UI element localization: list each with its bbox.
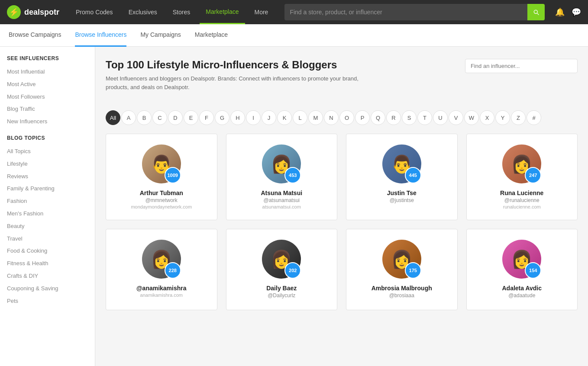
alpha-btn-q[interactable]: Q	[371, 110, 385, 125]
influencer-name: Ambrosia Malbrough	[372, 285, 432, 292]
subnav-browse-campaigns[interactable]: Browse Campaigns	[9, 24, 61, 47]
avatar-badge: 202	[284, 262, 301, 279]
influencer-handle: @Dailycurlz	[268, 292, 295, 299]
sidebar-topic-beauty[interactable]: Beauty	[7, 220, 88, 233]
alpha-btn-a[interactable]: A	[121, 110, 136, 125]
top-search-button[interactable]	[527, 4, 545, 20]
alpha-btn-f[interactable]: F	[199, 110, 214, 125]
alpha-btn-l[interactable]: L	[293, 110, 307, 125]
alpha-btn-g[interactable]: G	[215, 110, 229, 125]
influencer-card[interactable]: 👩 228 @anamikamishra anamikamishra.com	[106, 229, 217, 310]
page-title: Top 100 Lifestyle Micro-Influencers & Bl…	[106, 59, 365, 71]
alpha-btn-x[interactable]: X	[480, 110, 494, 125]
alpha-btn-k[interactable]: K	[277, 110, 292, 125]
alpha-btn-v[interactable]: V	[449, 110, 463, 125]
alpha-btn-w[interactable]: W	[464, 110, 479, 125]
influencer-name: Runa Lucienne	[500, 189, 543, 196]
alpha-btn-u[interactable]: U	[433, 110, 448, 125]
nav-stores[interactable]: Stores	[167, 0, 196, 24]
logo-icon: ⚡	[7, 5, 21, 19]
alpha-btn-o[interactable]: O	[339, 110, 354, 125]
subnav-browse-influencers[interactable]: Browse Influencers	[75, 24, 126, 47]
alpha-btn-n[interactable]: N	[324, 110, 339, 125]
nav-more[interactable]: More	[249, 0, 275, 24]
avatar-wrapper: 👩 247	[502, 144, 541, 183]
subnav-marketplace[interactable]: Marketplace	[195, 24, 228, 47]
sidebar-topic-pets[interactable]: Pets	[7, 295, 88, 308]
alpha-btn-all[interactable]: All	[106, 110, 120, 125]
logo[interactable]: ⚡ dealspotr	[7, 5, 59, 19]
nav-exclusives[interactable]: Exclusives	[123, 0, 163, 24]
alpha-btn-z[interactable]: Z	[511, 110, 526, 125]
sidebar-topic-fashion[interactable]: Fashion	[7, 195, 88, 208]
find-influencer-wrapper	[465, 59, 578, 73]
sidebar-topic-lifestyle[interactable]: Lifestyle	[7, 158, 88, 170]
sidebar-blog-traffic[interactable]: Blog Traffic	[7, 103, 88, 116]
page-header: Top 100 Lifestyle Micro-Influencers & Bl…	[106, 59, 365, 102]
alpha-btn-c[interactable]: C	[152, 110, 167, 125]
avatar-badge: 175	[405, 262, 421, 279]
sidebar-most-influential[interactable]: Most Influential	[7, 66, 88, 78]
influencer-grid: 👨 1009 Arthur Tubman @mmnetwork mondaymo…	[106, 134, 578, 310]
alpha-btn-d[interactable]: D	[168, 110, 183, 125]
message-icon[interactable]: 💬	[572, 7, 581, 17]
avatar-wrapper: 👩 453	[262, 144, 301, 183]
alpha-btn-s[interactable]: S	[402, 110, 417, 125]
influencer-name: Justin Tse	[387, 189, 417, 196]
sidebar-most-active[interactable]: Most Active	[7, 78, 88, 91]
alpha-btn-r[interactable]: R	[386, 110, 401, 125]
influencer-card[interactable]: 👨 445 Justin Tse @justintse	[346, 134, 458, 220]
nav-marketplace[interactable]: Marketplace	[200, 0, 245, 24]
alpha-btn-p[interactable]: P	[355, 110, 370, 125]
sidebar-topic-fitness[interactable]: Fitness & Health	[7, 257, 88, 270]
sidebar-new-influencers[interactable]: New Influencers	[7, 116, 88, 128]
find-influencer-input[interactable]	[471, 63, 572, 69]
nav-promo-codes[interactable]: Promo Codes	[70, 0, 119, 24]
influencer-handle: @justintse	[390, 197, 414, 203]
influencer-card[interactable]: 👩 175 Ambrosia Malbrough @brosiaaa	[346, 229, 458, 310]
main-content: Top 100 Lifestyle Micro-Influencers & Bl…	[95, 47, 588, 366]
sidebar-topic-travel[interactable]: Travel	[7, 233, 88, 245]
alpha-btn-t[interactable]: T	[417, 110, 432, 125]
alpha-btn-b[interactable]: B	[137, 110, 152, 125]
alpha-btn-m[interactable]: M	[308, 110, 323, 125]
influencer-card[interactable]: 👩 453 Atsuna Matsui @atsunamatsui atsuna…	[226, 134, 338, 220]
sidebar-topic-reviews[interactable]: Reviews	[7, 170, 88, 183]
sidebar: SEE INFLUENCERS Most Influential Most Ac…	[0, 47, 95, 366]
sidebar-topic-family[interactable]: Family & Parenting	[7, 183, 88, 195]
sidebar-topic-couponing[interactable]: Couponing & Saving	[7, 283, 88, 295]
influencer-card[interactable]: 👩 202 Daily Baez @Dailycurlz	[226, 229, 338, 310]
avatar-wrapper: 👨 445	[382, 144, 421, 183]
alpha-btn-#[interactable]: #	[527, 110, 541, 125]
logo-text: dealspotr	[24, 8, 59, 17]
avatar-badge: 453	[284, 167, 301, 183]
alpha-btn-y[interactable]: Y	[495, 110, 510, 125]
top-search-bar	[284, 4, 545, 20]
influencer-site: atsunamatsui.com	[262, 204, 301, 209]
influencer-card[interactable]: 👩 154 Adaleta Avdic @adaatude	[466, 229, 578, 310]
nav-icons: 🔔 💬	[555, 7, 581, 17]
avatar-badge: 247	[525, 167, 541, 183]
sidebar-topic-mens-fashion[interactable]: Men's Fashion	[7, 208, 88, 220]
alpha-btn-i[interactable]: I	[246, 110, 261, 125]
notification-icon[interactable]: 🔔	[555, 7, 565, 17]
avatar-badge: 154	[525, 262, 541, 279]
top-search-input[interactable]	[290, 9, 527, 16]
sidebar-topic-food[interactable]: Food & Cooking	[7, 245, 88, 257]
sub-nav: Browse Campaigns Browse Influencers My C…	[0, 24, 588, 47]
subnav-my-campaigns[interactable]: My Campaigns	[140, 24, 181, 47]
influencer-card[interactable]: 👨 1009 Arthur Tubman @mmnetwork mondaymo…	[106, 134, 217, 220]
alpha-btn-h[interactable]: H	[230, 110, 245, 125]
influencer-card[interactable]: 👩 247 Runa Lucienne @runalucienne runalu…	[466, 134, 578, 220]
influencer-handle: @atsunamatsui	[263, 197, 300, 203]
influencer-name: Daily Baez	[266, 285, 297, 292]
alpha-btn-e[interactable]: E	[184, 110, 198, 125]
influencer-site: anamikamishra.com	[140, 292, 183, 298]
sidebar-topic-all[interactable]: All Topics	[7, 145, 88, 158]
sidebar-most-followers[interactable]: Most Followers	[7, 91, 88, 103]
sidebar-topic-crafts[interactable]: Crafts & DIY	[7, 270, 88, 283]
search-icon	[533, 9, 540, 16]
influencer-site: runalucienne.com	[503, 204, 541, 209]
avatar-wrapper: 👨 1009	[142, 144, 181, 183]
alpha-btn-j[interactable]: J	[262, 110, 276, 125]
